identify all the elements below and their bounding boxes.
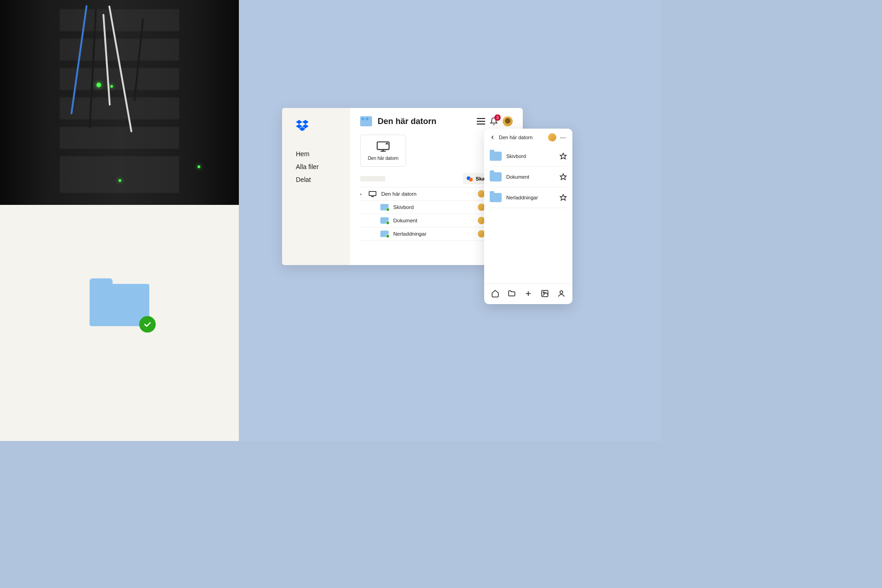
sidebar-item-shared[interactable]: Delat bbox=[296, 176, 350, 183]
svg-marker-6 bbox=[560, 174, 566, 180]
folder-icon bbox=[90, 278, 149, 326]
mobile-folder-item[interactable]: Dokument bbox=[490, 167, 567, 187]
computer-folder-icon bbox=[360, 116, 372, 126]
mobile-folder-item[interactable]: Nerladdningar bbox=[490, 187, 567, 208]
tab-photos[interactable] bbox=[540, 288, 550, 299]
svg-marker-7 bbox=[560, 194, 566, 200]
file-name: Den här datorn bbox=[381, 191, 473, 197]
tab-home[interactable] bbox=[490, 288, 500, 299]
computer-card[interactable]: Den här datorn bbox=[360, 135, 406, 167]
folder-name: Skivbord bbox=[506, 153, 555, 159]
more-options-button[interactable]: ⋯ bbox=[560, 134, 567, 141]
mobile-folder-item[interactable]: Skivbord bbox=[490, 146, 567, 167]
folder-name: Dokument bbox=[506, 174, 555, 180]
svg-point-12 bbox=[560, 291, 563, 294]
svg-rect-3 bbox=[369, 192, 376, 196]
monitor-upload-icon bbox=[376, 141, 390, 152]
computer-card-label: Den här datorn bbox=[368, 156, 399, 161]
folder-icon bbox=[380, 217, 389, 224]
tab-files[interactable] bbox=[507, 288, 517, 299]
mobile-app-window: Den här datorn ⋯ Skivbord Dokument Nerla… bbox=[484, 129, 572, 304]
file-name: Nerladdningar bbox=[393, 231, 473, 237]
sidebar-item-home[interactable]: Hem bbox=[296, 150, 350, 158]
desktop-sidebar: Hem Alla filer Delat bbox=[282, 108, 350, 265]
notification-badge: 3 bbox=[494, 114, 501, 121]
synced-folder-graphic bbox=[0, 205, 239, 441]
menu-icon[interactable] bbox=[477, 118, 485, 124]
server-rack-photo bbox=[0, 0, 239, 205]
dropbox-logo-icon[interactable] bbox=[296, 120, 350, 131]
folder-icon bbox=[490, 152, 502, 161]
sync-check-icon bbox=[139, 316, 156, 333]
folder-name: Nerladdningar bbox=[506, 195, 555, 200]
tab-account[interactable] bbox=[556, 288, 566, 299]
star-button[interactable] bbox=[560, 153, 567, 160]
create-brand-icon bbox=[467, 175, 473, 182]
expand-caret-icon[interactable]: ▸ bbox=[360, 192, 364, 196]
file-name: Skivbord bbox=[393, 204, 473, 210]
computer-icon bbox=[368, 191, 377, 197]
back-button[interactable] bbox=[490, 135, 495, 140]
toolbar-placeholder bbox=[360, 176, 385, 181]
user-avatar[interactable] bbox=[548, 133, 556, 141]
file-name: Dokument bbox=[393, 218, 473, 223]
star-button[interactable] bbox=[560, 173, 567, 181]
folder-icon bbox=[380, 231, 389, 237]
tab-create[interactable] bbox=[523, 288, 533, 299]
folder-icon bbox=[490, 172, 502, 181]
mobile-title: Den här datorn bbox=[499, 135, 544, 140]
sidebar-item-all-files[interactable]: Alla filer bbox=[296, 163, 350, 170]
svg-marker-5 bbox=[560, 153, 566, 159]
page-title: Den här datorn bbox=[378, 117, 471, 126]
user-avatar[interactable] bbox=[503, 116, 513, 126]
notifications-button[interactable]: 3 bbox=[490, 117, 498, 125]
svg-point-11 bbox=[543, 292, 544, 293]
folder-icon bbox=[380, 204, 389, 210]
star-button[interactable] bbox=[560, 194, 567, 201]
folder-icon bbox=[490, 193, 502, 202]
